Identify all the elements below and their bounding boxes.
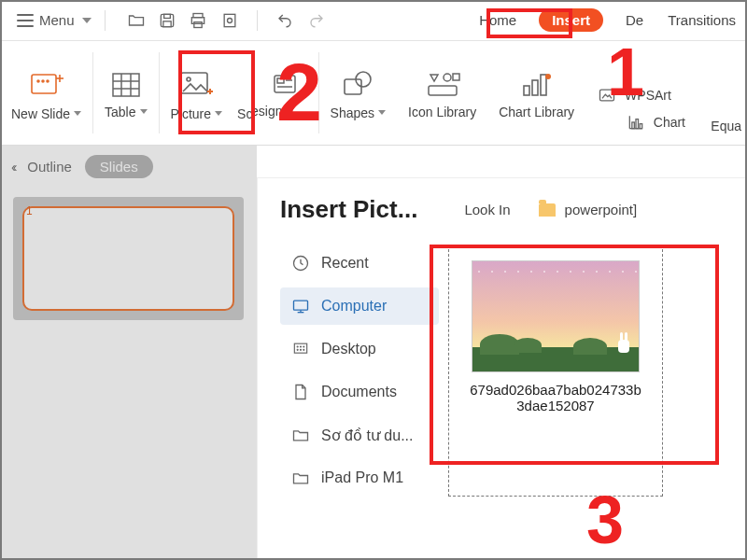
svg-point-12 xyxy=(42,80,44,82)
undo-icon[interactable] xyxy=(275,12,295,29)
svg-point-20 xyxy=(187,77,190,81)
open-folder-icon[interactable] xyxy=(126,11,147,30)
svg-point-36 xyxy=(545,74,551,79)
chevron-down-icon xyxy=(140,109,148,114)
chart-library-label: Chart Library xyxy=(499,105,574,119)
ribbon-screenshot[interactable]: Scr xyxy=(233,41,261,145)
chevron-down-icon xyxy=(74,111,81,116)
slide-number: 1 xyxy=(22,204,36,217)
svg-rect-35 xyxy=(541,75,546,95)
design-label: esign xyxy=(251,104,282,119)
svg-marker-29 xyxy=(430,75,438,81)
svg-rect-40 xyxy=(632,122,635,129)
lookin-path[interactable]: powerpoint] xyxy=(539,202,638,217)
app-menu-button[interactable]: Menu xyxy=(9,8,99,32)
place-computer[interactable]: Computer xyxy=(280,287,439,325)
place-label: Computer xyxy=(321,298,387,315)
folder-name: powerpoint] xyxy=(565,202,638,217)
place-label: Documents xyxy=(321,384,397,400)
place-recent[interactable]: Recent xyxy=(280,245,439,282)
svg-point-51 xyxy=(297,349,298,350)
separator xyxy=(105,10,106,31)
svg-rect-14 xyxy=(113,74,139,96)
chevron-down-icon xyxy=(287,108,294,113)
place-label: Desktop xyxy=(321,341,376,357)
insert-picture-dialog: Insert Pict... Look In powerpoint] Recen… xyxy=(257,177,747,560)
print-icon[interactable] xyxy=(188,11,208,30)
ribbon-picture[interactable]: Picture xyxy=(160,41,234,145)
svg-rect-34 xyxy=(532,80,538,95)
svg-rect-27 xyxy=(345,79,361,94)
ribbon-equation[interactable]: Equa xyxy=(709,115,743,137)
table-label: Table xyxy=(105,105,135,119)
svg-point-52 xyxy=(301,349,302,350)
file-item[interactable]: 679ad026baa7bab024733b 3dae152087 xyxy=(448,245,663,497)
svg-rect-42 xyxy=(640,124,642,129)
place-label: Sơ đồ tư du... xyxy=(321,427,413,444)
svg-point-7 xyxy=(227,18,232,22)
slide-thumbnail[interactable]: 1 xyxy=(13,197,244,320)
svg-rect-32 xyxy=(429,86,457,95)
svg-point-50 xyxy=(303,346,304,347)
tab-outline[interactable]: Outline xyxy=(27,159,72,175)
redo-icon[interactable] xyxy=(306,12,327,29)
ribbon-new-slide[interactable]: New Slide xyxy=(0,41,92,145)
svg-point-48 xyxy=(297,346,298,347)
svg-rect-24 xyxy=(277,78,284,83)
file-name-line1: 679ad026baa7bab024733b xyxy=(457,382,655,398)
hamburger-icon xyxy=(17,14,34,27)
ribbon-shapes[interactable]: Shapes xyxy=(319,41,397,145)
svg-point-13 xyxy=(47,80,49,82)
svg-rect-33 xyxy=(524,86,529,95)
shapes-label: Shapes xyxy=(331,105,374,120)
ribbon-chart-library[interactable]: Chart Library xyxy=(487,41,585,145)
new-slide-label: New Slide xyxy=(11,106,70,121)
chart-label: Chart xyxy=(654,115,685,130)
place-label: Recent xyxy=(321,255,369,272)
chevron-down-icon xyxy=(378,110,386,115)
place-label: iPad Pro M1 xyxy=(321,469,403,486)
tab-design[interactable]: De xyxy=(624,7,645,34)
svg-rect-6 xyxy=(224,14,235,26)
file-name-line2: 3dae152087 xyxy=(457,398,655,413)
svg-rect-44 xyxy=(294,301,308,310)
collapse-pane-button[interactable]: ‹‹ xyxy=(11,160,14,175)
chevron-down-icon xyxy=(82,18,92,23)
svg-point-11 xyxy=(37,80,39,82)
ribbon-chart[interactable]: Chart xyxy=(614,104,697,137)
picture-label: Picture xyxy=(171,106,212,121)
svg-point-49 xyxy=(301,346,302,347)
tab-insert[interactable]: Insert xyxy=(539,8,603,32)
separator xyxy=(257,10,258,31)
svg-point-53 xyxy=(303,349,304,350)
svg-rect-31 xyxy=(453,74,459,80)
file-thumbnail xyxy=(472,260,640,372)
tab-slides[interactable]: Slides xyxy=(85,155,153,178)
icon-library-label: Icon Library xyxy=(408,105,476,119)
place-custom-1[interactable]: Sơ đồ tư du... xyxy=(280,416,439,454)
dialog-title: Insert Pict... xyxy=(280,195,417,224)
svg-rect-5 xyxy=(193,21,201,27)
save-icon[interactable] xyxy=(158,11,176,30)
lookin-label: Look In xyxy=(464,202,510,217)
ribbon-table[interactable]: Table xyxy=(93,41,158,145)
menu-label: Menu xyxy=(39,12,75,28)
svg-rect-1 xyxy=(163,14,170,18)
folder-icon xyxy=(539,203,556,217)
equation-label: Equa xyxy=(711,119,741,133)
wpsart-label: WPSArt xyxy=(625,88,671,103)
svg-point-30 xyxy=(444,74,451,81)
print-preview-icon[interactable] xyxy=(219,11,240,30)
chevron-down-icon xyxy=(215,111,222,116)
svg-rect-47 xyxy=(294,343,306,353)
ribbon-smart-design[interactable]: esign xyxy=(261,41,317,145)
svg-rect-41 xyxy=(636,119,639,129)
svg-rect-8 xyxy=(32,75,56,93)
place-documents[interactable]: Documents xyxy=(280,373,439,411)
place-desktop[interactable]: Desktop xyxy=(280,330,439,368)
tab-transitions[interactable]: Transitions xyxy=(666,7,738,34)
place-custom-2[interactable]: iPad Pro M1 xyxy=(280,459,439,497)
tab-home[interactable]: Home xyxy=(477,7,518,34)
svg-rect-2 xyxy=(162,21,170,26)
ribbon-icon-library[interactable]: Icon Library xyxy=(397,41,487,145)
